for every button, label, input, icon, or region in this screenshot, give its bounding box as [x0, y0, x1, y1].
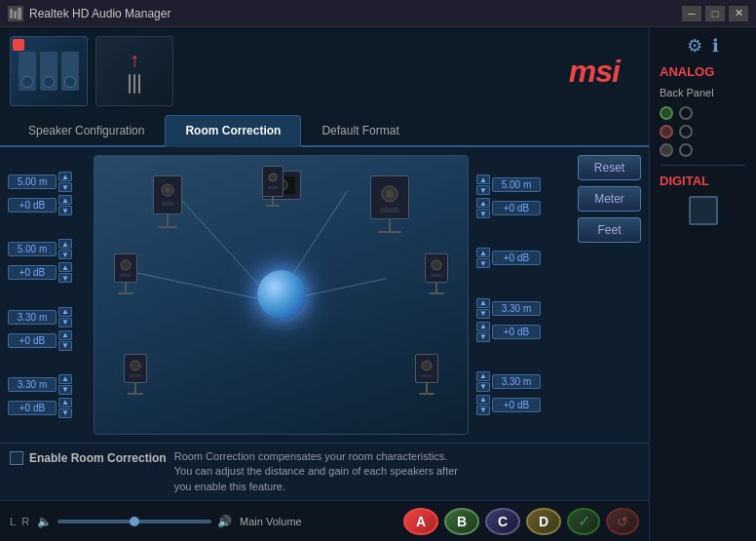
- msi-logo: msi: [569, 54, 620, 90]
- right-gain-1-up[interactable]: ▲: [476, 198, 490, 208]
- speaker-thumb-active[interactable]: [10, 36, 88, 106]
- speaker-top-center-right: [262, 166, 284, 207]
- left-distance-3-btn[interactable]: 3.30 m: [8, 310, 57, 325]
- title-bar-left: Realtek HD Audio Manager: [8, 6, 170, 21]
- left-gain-1-up[interactable]: ▲: [58, 195, 72, 205]
- left-gain-3-up[interactable]: ▲: [58, 330, 72, 340]
- maximize-button[interactable]: □: [705, 6, 725, 21]
- left-gain-4-btn[interactable]: +0 dB: [8, 401, 57, 415]
- cable-line-3: [138, 74, 140, 94]
- left-dist-3-down[interactable]: ▼: [58, 318, 72, 328]
- svg-point-33: [131, 361, 140, 370]
- speaker-mid-left: [114, 253, 137, 294]
- tab-default-format[interactable]: Default Format: [301, 115, 419, 147]
- right-distance-3-btn[interactable]: 3.30 m: [492, 301, 541, 316]
- cables-thumb[interactable]: ↑: [95, 36, 173, 106]
- confirm-button[interactable]: ✓: [567, 508, 600, 535]
- analog-label: ANALOG: [656, 64, 714, 79]
- minimize-button[interactable]: ─: [682, 6, 701, 21]
- right-distance-4-btn[interactable]: 3.30 m: [492, 374, 541, 389]
- main-container: ↑ msi Speaker Configuration Room Correct…: [0, 27, 756, 541]
- speaker-top-left: [153, 175, 182, 228]
- left-distance-2-btn[interactable]: 5.00 m: [8, 242, 57, 256]
- port-outline-1[interactable]: [679, 106, 693, 120]
- info-icon[interactable]: ℹ: [712, 35, 719, 57]
- right-distance-1-btn[interactable]: 5.00 m: [492, 177, 541, 192]
- speaker-bottom-left: [124, 354, 147, 395]
- meter-button[interactable]: Meter: [578, 186, 641, 212]
- tab-speaker-configuration[interactable]: Speaker Configuration: [8, 115, 165, 147]
- digital-port[interactable]: [689, 196, 718, 225]
- right-gain-3-btn[interactable]: +0 dB: [492, 325, 541, 339]
- speaker-top-center-group: [262, 166, 301, 200]
- right-dist-3-down[interactable]: ▼: [476, 309, 490, 319]
- right-gain-2-up[interactable]: ▲: [476, 248, 490, 257]
- right-gain-4-down[interactable]: ▼: [476, 406, 490, 415]
- right-gain-2-down[interactable]: ▼: [476, 258, 490, 268]
- speaker-small-right: [61, 52, 79, 91]
- left-ctrl-group-4: 3.30 m ▲ ▼ +0 dB ▲ ▼: [8, 374, 86, 418]
- speaker-diagram: [94, 155, 469, 435]
- right-gain-2-btn[interactable]: +0 dB: [492, 251, 541, 265]
- left-gain-2-up[interactable]: ▲: [58, 262, 72, 272]
- left-gain-1-btn[interactable]: +0 dB: [8, 198, 57, 213]
- reset-button[interactable]: Reset: [578, 155, 641, 180]
- left-gain-2-down[interactable]: ▼: [58, 273, 72, 283]
- profile-d-button[interactable]: D: [526, 508, 561, 535]
- right-gain-3-up[interactable]: ▲: [476, 322, 490, 331]
- right-gain-3-down[interactable]: ▼: [476, 332, 490, 342]
- right-dist-1-up[interactable]: ▲: [476, 174, 490, 184]
- port-green-1[interactable]: [660, 106, 673, 120]
- port-outline-2[interactable]: [679, 125, 693, 138]
- close-button[interactable]: ✕: [729, 6, 748, 21]
- port-red-1[interactable]: [660, 125, 673, 138]
- left-gain-3-down[interactable]: ▼: [58, 341, 72, 351]
- gear-icon[interactable]: ⚙: [687, 35, 702, 57]
- description-text: Room Correction compensates your room ch…: [174, 449, 467, 494]
- cable-line-2: [133, 74, 135, 94]
- left-dist-1-down[interactable]: ▼: [58, 182, 72, 192]
- right-dist-4-up[interactable]: ▲: [476, 371, 490, 381]
- left-gain-3-btn[interactable]: +0 dB: [8, 333, 57, 348]
- left-controls: 5.00 m ▲ ▼ +0 dB ▲ ▼: [8, 155, 86, 435]
- left-dist-3-up[interactable]: ▲: [58, 307, 72, 317]
- svg-point-36: [422, 361, 432, 370]
- profile-b-button[interactable]: B: [444, 508, 479, 535]
- left-dist-1-up[interactable]: ▲: [58, 172, 72, 181]
- tab-room-correction[interactable]: Room Correction: [165, 115, 301, 147]
- right-gain-1-btn[interactable]: +0 dB: [492, 201, 541, 215]
- right-dist-1-down[interactable]: ▼: [476, 185, 490, 195]
- left-ctrl-group-1: 5.00 m ▲ ▼ +0 dB ▲ ▼: [8, 172, 86, 215]
- left-dist-2-down[interactable]: ▼: [58, 250, 72, 259]
- volume-slider[interactable]: [57, 520, 211, 523]
- right-gain-4-btn[interactable]: +0 dB: [492, 398, 541, 412]
- feet-button[interactable]: Feet: [578, 217, 641, 243]
- profile-a-button[interactable]: A: [403, 508, 438, 535]
- enable-checkbox[interactable]: [10, 451, 23, 465]
- profile-c-button[interactable]: C: [485, 508, 520, 535]
- speaker-thumb-inner: [19, 52, 79, 91]
- left-ctrl-group-2: 5.00 m ▲ ▼ +0 dB ▲ ▼: [8, 239, 86, 283]
- left-gain-2-btn[interactable]: +0 dB: [8, 265, 57, 280]
- left-gain-1-down[interactable]: ▼: [58, 206, 72, 215]
- left-dist-4-up[interactable]: ▲: [58, 374, 72, 384]
- right-gain-1-down[interactable]: ▼: [476, 209, 490, 218]
- left-dist-2-up[interactable]: ▲: [58, 239, 72, 249]
- left-gain-4-down[interactable]: ▼: [58, 408, 72, 418]
- svg-rect-12: [162, 202, 173, 206]
- port-outline-3[interactable]: [679, 143, 693, 157]
- left-distance-1-btn[interactable]: 5.00 m: [8, 174, 57, 189]
- left-dist-4-down[interactable]: ▼: [58, 385, 72, 395]
- left-gain-4-up[interactable]: ▲: [58, 398, 72, 407]
- right-gain-4-up[interactable]: ▲: [476, 395, 490, 405]
- refresh-button[interactable]: ↺: [606, 508, 639, 535]
- right-gain-2-arrows: ▲ ▼: [476, 248, 490, 268]
- svg-rect-34: [130, 374, 141, 377]
- left-distance-4-btn[interactable]: 3.30 m: [8, 377, 57, 392]
- right-dist-3-up[interactable]: ▲: [476, 298, 490, 308]
- port-gray-1[interactable]: [660, 143, 673, 157]
- right-dist-4-down[interactable]: ▼: [476, 382, 490, 392]
- right-sidebar: ⚙ ℹ ANALOG Back Panel DIGITAL: [649, 27, 756, 541]
- svg-rect-25: [380, 208, 399, 213]
- cable-line-1: [129, 74, 131, 94]
